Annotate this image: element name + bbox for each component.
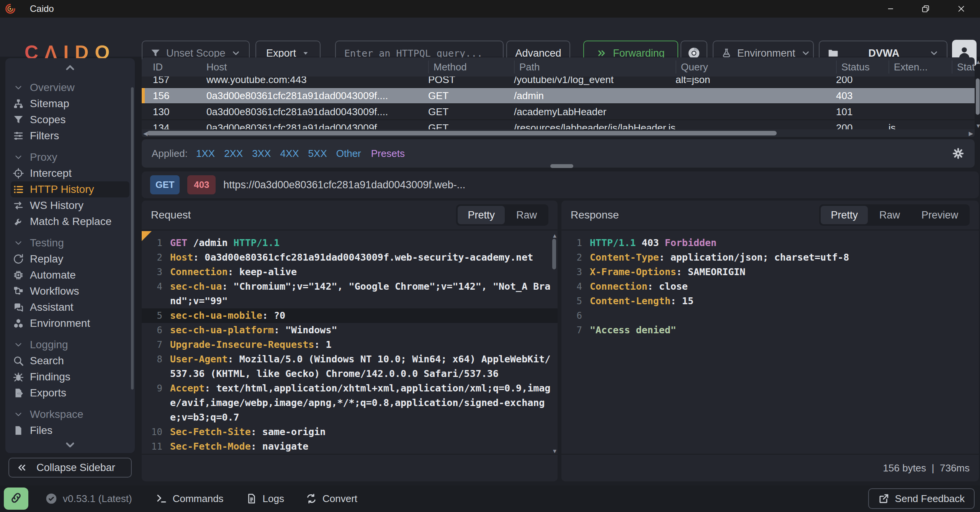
sidebar-scroll-up[interactable] (5, 60, 135, 75)
request-editor-scrollbar[interactable]: ▲ ▼ (551, 233, 557, 454)
share-link-button[interactable] (4, 488, 28, 510)
table-row[interactable]: 157www.youtube.com:443POST/youtubei/v1/l… (142, 77, 975, 88)
sliders-icon (12, 130, 25, 142)
sidebar-group-workspace[interactable]: Workspace (11, 406, 129, 422)
cell-host: 0a3d00e80361cfc281a91dad0043009f.... (206, 90, 428, 102)
sidebar-item-automate[interactable]: Automate (11, 267, 129, 283)
vertical-scroll-thumb[interactable] (976, 78, 980, 115)
column-header-query[interactable]: Query (676, 60, 836, 73)
code-line: 4Connection: close (561, 279, 979, 294)
sidebar-scrollbar[interactable] (131, 87, 134, 390)
table-row[interactable]: 1300a3d00e80361cfc281a91dad0043009f....G… (142, 104, 975, 120)
sidebar-item-http-history[interactable]: HTTP History (11, 181, 129, 197)
gear-icon[interactable] (952, 147, 965, 160)
line-number: 1 (142, 236, 170, 250)
presets-link[interactable]: Presets (371, 148, 405, 160)
column-header-status[interactable]: Status (836, 60, 888, 73)
sidebar-item-match-replace[interactable]: Match & Replace (11, 214, 129, 230)
sidebar-group-overview[interactable]: Overview (11, 80, 129, 96)
sidebar-item-scopes[interactable]: Scopes (11, 112, 129, 128)
column-header-exten[interactable]: Exten... (888, 60, 952, 73)
sidebar-item-sitemap[interactable]: Sitemap (11, 96, 129, 112)
scroll-down-icon[interactable]: ▼ (975, 123, 980, 129)
filter-4xx[interactable]: 4XX (280, 148, 299, 159)
scroll-up-icon[interactable]: ▲ (552, 233, 558, 238)
cell-method: GET (428, 122, 514, 130)
sidebar-item-findings[interactable]: Findings (11, 369, 129, 385)
chevron-down-icon (12, 151, 25, 163)
sidebar-group-logging[interactable]: Logging (11, 337, 129, 353)
sidebar-item-intercept[interactable]: Intercept (11, 165, 129, 181)
code-content: Content-Type: application/json; charset=… (590, 250, 979, 265)
swap-arrows-icon (12, 199, 25, 212)
file-export-icon (12, 387, 25, 399)
filter-1xx[interactable]: 1XX (196, 148, 215, 159)
sidebar-item-label: Match & Replace (30, 215, 111, 228)
tab-preview[interactable]: Preview (911, 206, 968, 224)
sidebar-group-proxy[interactable]: Proxy (11, 149, 129, 165)
sidebar-group-testing[interactable]: Testing (11, 235, 129, 251)
version-indicator: v0.53.1 (Latest) (45, 492, 132, 505)
column-header-method[interactable]: Method (428, 60, 514, 73)
method-badge: GET (150, 175, 180, 194)
tab-raw[interactable]: Raw (869, 206, 910, 224)
sidebar-item-ws-history[interactable]: WS History (11, 197, 129, 214)
code-line: 6 (561, 308, 979, 323)
table-horizontal-scrollbar[interactable]: ◀ ▶ (142, 129, 975, 137)
sidebar-item-assistant[interactable]: Assistant (11, 299, 129, 315)
table-body[interactable]: 157www.youtube.com:443POST/youtubei/v1/l… (142, 77, 975, 129)
send-feedback-button[interactable]: Send Feedback (868, 488, 975, 509)
cell-query: alt=json (676, 77, 836, 86)
column-header-stat[interactable]: Stat (952, 60, 975, 73)
code-line: 7Upgrade-Insecure-Requests: 1 (142, 338, 558, 352)
sidebar-item-label: Intercept (30, 167, 72, 179)
sidebar-scroll-down[interactable] (5, 437, 135, 452)
response-panel: Response PrettyRawPreview 1HTTP/1.1 403 … (561, 201, 979, 481)
tab-raw[interactable]: Raw (506, 206, 547, 224)
sidebar-item-workflows[interactable]: Workflows (11, 283, 129, 299)
filter-other[interactable]: Other (336, 148, 361, 159)
sidebar-item-environment[interactable]: Environment (11, 315, 129, 331)
column-header-path[interactable]: Path (514, 60, 676, 73)
sidebar-item-exports[interactable]: Exports (11, 385, 129, 401)
editor-scroll-thumb[interactable] (552, 239, 556, 269)
horizontal-scroll-thumb[interactable] (147, 131, 777, 135)
filter-2xx[interactable]: 2XX (224, 148, 243, 159)
restore-button[interactable] (912, 0, 939, 18)
code-content: X-Frame-Options: SAMEORIGIN (590, 265, 979, 279)
sidebar-item-files[interactable]: Files (11, 422, 129, 437)
tab-pretty[interactable]: Pretty (458, 206, 505, 224)
convert-button[interactable]: Convert (306, 493, 357, 505)
column-header-id[interactable]: ID (142, 60, 206, 73)
panel-resize-handle[interactable] (550, 164, 573, 168)
request-editor[interactable]: 1GET /admin HTTP/1.12Host: 0a3d00e80361c… (142, 231, 558, 454)
scroll-up-icon[interactable]: ▲ (975, 59, 980, 65)
tab-pretty[interactable]: Pretty (821, 206, 868, 224)
sidebar-item-label: Findings (30, 371, 70, 383)
logs-button[interactable]: Logs (246, 493, 284, 505)
minimize-button[interactable] (877, 0, 904, 18)
column-header-host[interactable]: Host (206, 60, 428, 73)
code-content: Connection: keep-alive (170, 265, 558, 279)
table-vertical-scrollbar[interactable]: ▲ ▼ (975, 57, 980, 137)
code-line: 3X-Frame-Options: SAMEORIGIN (561, 265, 979, 279)
filter-5xx[interactable]: 5XX (308, 148, 327, 159)
cell-status: 200 (836, 122, 888, 130)
scroll-right-icon[interactable]: ▶ (969, 130, 973, 136)
scroll-down-icon[interactable]: ▼ (552, 448, 558, 454)
close-button[interactable] (948, 0, 975, 18)
sidebar-item-search[interactable]: Search (11, 353, 129, 369)
code-content: Upgrade-Insecure-Requests: 1 (170, 338, 558, 352)
code-content: GET /admin HTTP/1.1 (170, 236, 558, 250)
collapse-sidebar-button[interactable]: Collapse Sidebar (8, 458, 132, 478)
response-panel-footer: 156 bytes | 736ms (561, 454, 979, 481)
filter-3xx[interactable]: 3XX (252, 148, 271, 159)
chevron-down-icon (929, 48, 939, 58)
sidebar-item-replay[interactable]: Replay (11, 251, 129, 267)
chevron-down-icon (12, 408, 25, 421)
commands-button[interactable]: Commands (156, 493, 224, 505)
sidebar-item-filters[interactable]: Filters (11, 128, 129, 144)
table-row[interactable]: 1340a3d00e80361cfc281a91dad0043009f....G… (142, 120, 975, 129)
table-row[interactable]: 1560a3d00e80361cfc281a91dad0043009f....G… (142, 88, 975, 104)
response-editor[interactable]: 1HTTP/1.1 403 Forbidden2Content-Type: ap… (561, 231, 979, 338)
